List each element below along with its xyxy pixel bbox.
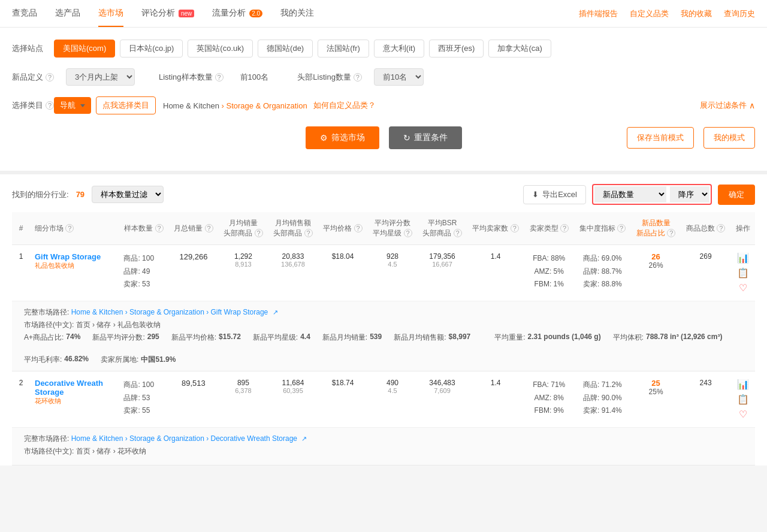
category-label: 选择类目 ?	[12, 100, 54, 111]
external-link-icon-2[interactable]: ↗	[301, 435, 307, 442]
head-listing-help-icon[interactable]: ?	[354, 73, 362, 81]
row-seller-type: FBA: 88% AMZ: 5% FBM: 1%	[524, 245, 574, 301]
sellers-help-icon[interactable]: ?	[511, 224, 519, 232]
new-product-help-icon2[interactable]: ?	[667, 229, 675, 237]
row-monthly-total: 129,266	[168, 245, 218, 301]
market-help-icon[interactable]: ?	[65, 224, 74, 232]
sort-order-select[interactable]: 降序 升序	[670, 186, 709, 202]
cn-path-2: 市场路径(中文): 首页 › 储存 › 花环收纳	[24, 446, 743, 457]
path-link-2[interactable]: Home & Kitchen › Storage & Organization …	[71, 434, 297, 443]
col-concentration: 集中度指标 ?	[574, 212, 631, 245]
category-nav-button[interactable]: 导航	[54, 97, 91, 114]
seller-type-help-icon[interactable]: ?	[560, 224, 569, 232]
new-product-select[interactable]: 3个月内上架 1个月内上架 6个月内上架	[66, 68, 135, 86]
head-listing-select[interactable]: 前10名 前20名 前50名	[374, 68, 424, 86]
site-btn-it[interactable]: 意大利(it)	[374, 40, 424, 58]
result-header: 找到的细分行业: 79 样本数量过滤 ⬇ 导出Excel 新品数量 降序 升序 …	[12, 184, 755, 205]
category-select-button[interactable]: 点我选择类目	[96, 96, 156, 114]
monthly-total-help-icon[interactable]: ?	[205, 224, 213, 232]
row-head-amount: 20,833 136,678	[268, 245, 318, 301]
stat-weight: 平均重量: 2.31 pounds (1,046 g)	[494, 332, 600, 343]
col-operation: 操作	[730, 212, 755, 245]
nav-my-collection[interactable]: 我的收藏	[681, 8, 712, 19]
col-market: 细分市场 ?	[30, 212, 119, 245]
row-avg-rating-2: 490 4.5	[367, 371, 417, 428]
total-help-icon[interactable]: ?	[717, 224, 725, 232]
site-btn-ca[interactable]: 加拿大站(ca)	[488, 40, 551, 58]
list-icon[interactable]: 📋	[737, 267, 749, 279]
nav-my-attention[interactable]: 我的关注	[280, 1, 314, 27]
nav-review-analysis[interactable]: 评论分析 new	[141, 1, 194, 27]
site-btn-fr[interactable]: 法国站(fr)	[318, 40, 369, 58]
site-btn-es[interactable]: 西班牙(es)	[429, 40, 484, 58]
nav-select-product[interactable]: 选产品	[55, 1, 80, 27]
confirm-button[interactable]: 确定	[718, 185, 755, 205]
table-row: 1 Gift Wrap Storage 礼品包装收纳 商品: 100 品牌: 4…	[12, 245, 755, 301]
category-path-link[interactable]: Storage & Organization	[227, 101, 307, 110]
row-operations: 📊 📋 ♡	[730, 245, 755, 301]
head-amount-help-icon[interactable]: ?	[304, 229, 313, 237]
sort-select[interactable]: 新品数量	[594, 186, 666, 202]
price-help-icon[interactable]: ?	[354, 224, 363, 232]
nav-query-history[interactable]: 查询历史	[724, 8, 755, 19]
site-btn-de[interactable]: 德国站(de)	[258, 40, 313, 58]
category-row: 选择类目 ? 导航 点我选择类目 Home & Kitchen › Storag…	[12, 96, 755, 114]
nav-select-market[interactable]: 选市场	[98, 1, 123, 27]
reset-conditions-button[interactable]: ↻ 重置条件	[389, 126, 462, 149]
bar-chart-icon[interactable]: 📊	[737, 252, 749, 264]
sample-filter-select[interactable]: 样本数量过滤	[92, 186, 164, 203]
my-mode-button[interactable]: 我的模式	[703, 127, 755, 149]
market-name-link[interactable]: Gift Wrap Storage	[35, 252, 114, 261]
category-help-icon[interactable]: ?	[46, 101, 54, 110]
col-new-product: 新品数量新品占比 ?	[631, 212, 681, 245]
stat-new-price: 新品平均价格: $15.72	[171, 332, 241, 343]
expand-row-1: 完整市场路径: Home & Kitchen › Storage & Organ…	[12, 301, 755, 371]
filter-market-button[interactable]: ⚙ 筛选市场	[306, 126, 379, 149]
nav-traffic-analysis[interactable]: 流量分析 2.0	[212, 1, 262, 27]
result-section: 找到的细分行业: 79 样本数量过滤 ⬇ 导出Excel 新品数量 降序 升序 …	[0, 174, 767, 466]
heart-icon-2[interactable]: ♡	[739, 409, 747, 420]
new-product-help-icon[interactable]: ?	[46, 73, 54, 81]
head-sales-help-icon[interactable]: ?	[255, 229, 263, 237]
result-count: 79	[76, 190, 84, 199]
category-path: Home & Kitchen › Storage & Organization	[163, 101, 307, 110]
bar-chart-icon-2[interactable]: 📊	[737, 379, 749, 390]
row-new-product: 26 26%	[631, 245, 681, 301]
table-row: 2 Decorative Wreath Storage 花环收纳 商品: 100…	[12, 371, 755, 428]
stat-volume: 平均体积: 788.78 in³ (12,926 cm³)	[613, 332, 723, 343]
site-label: 选择站点	[12, 43, 54, 54]
export-excel-button[interactable]: ⬇ 导出Excel	[523, 185, 586, 204]
market-sub-name[interactable]: 礼品包装收纳	[35, 261, 114, 270]
nav-custom-category[interactable]: 自定义品类	[630, 8, 669, 19]
rating-help-icon[interactable]: ?	[404, 229, 412, 237]
market-name-link-2[interactable]: Decorative Wreath Storage	[35, 379, 114, 397]
market-sub-name-2[interactable]: 花环收纳	[35, 397, 114, 406]
row-index: 1	[12, 245, 30, 301]
listing-sample-help-icon[interactable]: ?	[215, 73, 224, 81]
expand-content-1: 完整市场路径: Home & Kitchen › Storage & Organ…	[12, 301, 755, 371]
row-avg-sellers: 1.4	[467, 245, 524, 301]
show-filters-btn[interactable]: 展示过滤条件 ∧	[700, 100, 755, 111]
site-btn-jp[interactable]: 日本站(co.jp)	[120, 40, 183, 58]
path-link-1[interactable]: Home & Kitchen › Storage & Organization …	[71, 308, 268, 316]
listing-sample-label: Listing样本数量 ?	[159, 72, 224, 83]
list-icon-2[interactable]: 📋	[737, 394, 749, 405]
row-avg-rating: 928 4.5	[367, 245, 417, 301]
bsr-help-icon[interactable]: ?	[454, 229, 462, 237]
nav-find-competitor[interactable]: 查竞品	[12, 1, 37, 27]
site-selection-row: 选择站点 美国站(com) 日本站(co.jp) 英国站(co.uk) 德国站(…	[12, 40, 755, 58]
heart-icon[interactable]: ♡	[739, 282, 747, 294]
sample-help-icon[interactable]: ?	[155, 224, 164, 232]
category-customize-link[interactable]: 如何自定义品类？	[313, 100, 376, 111]
col-sample: 样本数量 ?	[119, 212, 168, 245]
external-link-icon-1[interactable]: ↗	[273, 309, 278, 316]
col-avg-rating: 平均评分数平均星级 ?	[367, 212, 417, 245]
col-total-products: 商品总数 ?	[681, 212, 730, 245]
conc-help-icon[interactable]: ?	[617, 224, 626, 232]
site-btn-us[interactable]: 美国站(com)	[54, 40, 115, 58]
nav-plugin-report[interactable]: 插件端报告	[579, 8, 618, 19]
row-avg-price-2: $18.74	[318, 371, 367, 428]
save-mode-button[interactable]: 保存当前模式	[627, 127, 694, 149]
site-btn-uk[interactable]: 英国站(co.uk)	[188, 40, 253, 58]
row-avg-bsr-2: 346,483 7,609	[418, 371, 467, 428]
